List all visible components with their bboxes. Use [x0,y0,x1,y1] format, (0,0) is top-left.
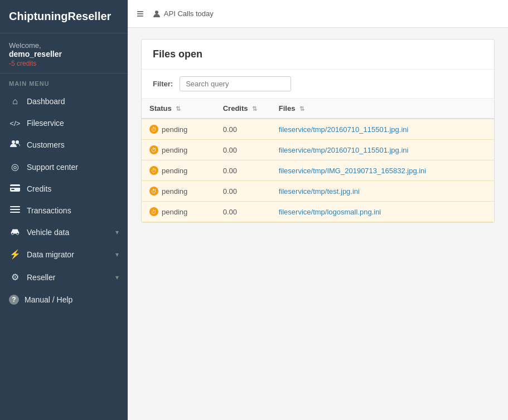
status-cell: ⏱pending [142,202,215,222]
table-row[interactable]: ⏱pending0.00fileservice/tmp/20160710_115… [142,119,494,140]
sidebar: ChiptuningReseller Welcome, demo_reselle… [0,0,128,420]
search-input[interactable] [180,76,291,91]
page-title: Files open [142,40,494,70]
file-cell[interactable]: fileservice/tmp/20160710_115501.jpg.ini [271,140,494,160]
sort-icon: ⇅ [176,105,181,112]
status-cell: ⏱pending [142,140,215,160]
api-calls-indicator: API Calls today [153,9,214,18]
credits-column-header[interactable]: Credits ⇅ [215,99,271,119]
pending-icon: ⏱ [149,145,158,154]
status-cell: ⏱pending [142,181,215,202]
dashboard-icon: ⌂ [9,96,21,106]
welcome-text: Welcome, [9,41,119,50]
sidebar-item-label: Reseller [27,273,115,282]
files-table-body: ⏱pending0.00fileservice/tmp/20160710_115… [142,119,494,222]
fileservice-icon: </> [9,119,21,128]
files-table: Status ⇅ Credits ⇅ Files ⇅ ⏱ [142,99,494,222]
sidebar-item-dashboard[interactable]: ⌂ Dashboard [0,90,128,113]
credits-cell: 0.00 [215,202,271,222]
transactions-icon [9,206,21,215]
support-icon: ◎ [9,162,21,172]
credits-icon [9,184,21,193]
filter-row: Filter: [142,70,494,99]
chevron-down-icon: ▾ [115,228,119,236]
sidebar-credits: -5 credits [9,60,119,67]
status-cell: ⏱pending [142,119,215,140]
sidebar-item-reseller[interactable]: ⚙ Reseller ▾ [0,266,128,289]
credits-cell: 0.00 [215,181,271,202]
file-cell[interactable]: fileservice/tmp/IMG_20190713_165832.jpg.… [271,160,494,181]
svg-point-0 [12,140,15,144]
status-text: pending [162,146,187,154]
sidebar-username: demo_reseller [9,50,119,58]
file-link[interactable]: fileservice/tmp/20160710_115501.jpg.ini [279,146,409,154]
table-row[interactable]: ⏱pending0.00fileservice/tmp/20160710_115… [142,140,494,160]
table-row[interactable]: ⏱pending0.00fileservice/tmp/IMG_20190713… [142,160,494,181]
sidebar-item-label: Manual / Help [25,295,119,304]
svg-rect-3 [10,186,20,188]
svg-rect-7 [10,212,20,213]
files-open-card: Files open Filter: Status ⇅ Credits ⇅ [141,39,495,223]
gear-icon: ⚙ [9,272,21,282]
table-row[interactable]: ⏱pending0.00fileservice/tmp/test.jpg.ini [142,181,494,202]
status-text: pending [162,187,187,196]
file-cell[interactable]: fileservice/tmp/test.jpg.ini [271,181,494,202]
pending-icon: ⏱ [149,166,158,175]
api-calls-label: API Calls today [164,9,214,18]
sort-icon: ⇅ [252,105,257,112]
help-icon: ? [9,295,19,305]
sidebar-item-credits[interactable]: Credits [0,178,128,199]
svg-rect-5 [10,206,20,207]
files-column-header[interactable]: Files ⇅ [271,99,494,119]
file-link[interactable]: fileservice/tmp/logosmall.png.ini [279,208,381,216]
pending-icon: ⏱ [149,125,158,134]
filter-label: Filter: [153,80,173,88]
file-link[interactable]: fileservice/tmp/IMG_20190713_165832.jpg.… [279,167,427,175]
sidebar-item-label: Customers [27,140,119,149]
sidebar-item-label: Support center [27,163,119,172]
credits-cell: 0.00 [215,140,271,160]
sidebar-item-label: Credits [27,184,119,193]
sidebar-menu-label: MAIN MENU [0,74,128,90]
status-text: pending [162,125,187,134]
status-cell: ⏱pending [142,160,215,181]
sidebar-item-transactions[interactable]: Transactions [0,199,128,221]
person-icon [153,10,161,18]
pending-icon: ⏱ [149,207,158,216]
chevron-down-icon: ▾ [115,274,119,281]
file-link[interactable]: fileservice/tmp/20160710_115501.jpg.ini [279,125,409,134]
brand-title: ChiptuningReseller [0,0,128,33]
file-cell[interactable]: fileservice/tmp/logosmall.png.ini [271,202,494,222]
status-text: pending [162,208,187,216]
sidebar-item-data-migrator[interactable]: ⚡ Data migrator ▾ [0,243,128,266]
table-header-row: Status ⇅ Credits ⇅ Files ⇅ [142,99,494,119]
table-row[interactable]: ⏱pending0.00fileservice/tmp/logosmall.pn… [142,202,494,222]
sidebar-item-label: Transactions [27,206,119,215]
customers-icon [9,140,21,149]
sidebar-item-label: Data migrator [27,250,115,259]
sidebar-item-manual[interactable]: ? Manual / Help [0,289,128,311]
sort-icon: ⇅ [299,105,304,112]
sidebar-item-customers[interactable]: Customers [0,134,128,155]
status-column-header[interactable]: Status ⇅ [142,99,215,119]
svg-rect-2 [10,184,20,192]
svg-point-9 [17,233,19,235]
svg-rect-4 [11,189,14,190]
sidebar-item-fileservice[interactable]: </> Fileservice [0,113,128,134]
sidebar-item-label: Fileservice [27,119,119,128]
topbar: ≡ API Calls today [128,0,508,28]
svg-point-10 [155,11,158,14]
sidebar-item-label: Vehicle data [27,228,115,237]
sidebar-item-support[interactable]: ◎ Support center [0,155,128,178]
main-content: ≡ API Calls today Files open Filter: Sta… [128,0,508,420]
sidebar-item-label: Dashboard [27,97,119,106]
file-link[interactable]: fileservice/tmp/test.jpg.ini [279,187,360,196]
migrator-icon: ⚡ [9,249,21,260]
file-cell[interactable]: fileservice/tmp/20160710_115501.jpg.ini [271,119,494,140]
sidebar-item-vehicle-data[interactable]: Vehicle data ▾ [0,221,128,243]
hamburger-menu-icon[interactable]: ≡ [137,7,144,21]
page-content: Files open Filter: Status ⇅ Credits ⇅ [128,28,508,420]
vehicle-icon [9,227,21,237]
credits-cell: 0.00 [215,119,271,140]
sidebar-user: Welcome, demo_reseller -5 credits [0,33,128,74]
